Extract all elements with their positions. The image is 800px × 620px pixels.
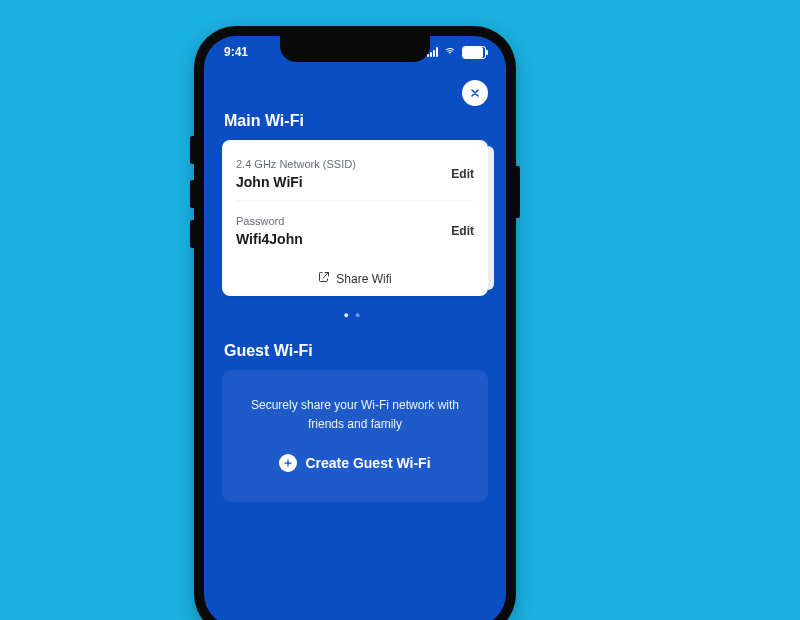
battery-icon [462, 46, 486, 59]
share-icon [318, 271, 330, 286]
create-guest-wifi-button[interactable]: Create Guest Wi-Fi [279, 454, 430, 472]
guest-wifi-description: Securely share your Wi-Fi network with f… [240, 396, 470, 434]
share-wifi-button[interactable]: Share Wifi [236, 259, 474, 286]
share-wifi-label: Share Wifi [336, 272, 391, 286]
main-wifi-card: 2.4 GHz Network (SSID) John WiFi Edit Pa… [222, 140, 488, 296]
next-card-peek[interactable] [488, 146, 494, 290]
phone-screen: 9:41 [204, 36, 506, 620]
edit-password-button[interactable]: Edit [451, 224, 474, 238]
close-button[interactable] [462, 80, 488, 106]
guest-wifi-panel: Securely share your Wi-Fi network with f… [222, 370, 488, 502]
password-value: Wifi4John [236, 231, 303, 247]
create-guest-wifi-label: Create Guest Wi-Fi [305, 455, 430, 471]
page-indicator: ●● [222, 310, 488, 320]
password-label: Password [236, 215, 303, 227]
ssid-label: 2.4 GHz Network (SSID) [236, 158, 356, 170]
svg-point-0 [450, 54, 451, 55]
main-wifi-title: Main Wi-Fi [224, 112, 488, 130]
cellular-icon [427, 47, 438, 57]
plus-icon [279, 454, 297, 472]
status-time: 9:41 [224, 45, 248, 59]
edit-ssid-button[interactable]: Edit [451, 167, 474, 181]
ssid-value: John WiFi [236, 174, 356, 190]
phone-frame: 9:41 [194, 26, 516, 620]
wifi-icon [443, 45, 457, 59]
status-bar: 9:41 [204, 42, 506, 62]
guest-wifi-title: Guest Wi-Fi [224, 342, 488, 360]
